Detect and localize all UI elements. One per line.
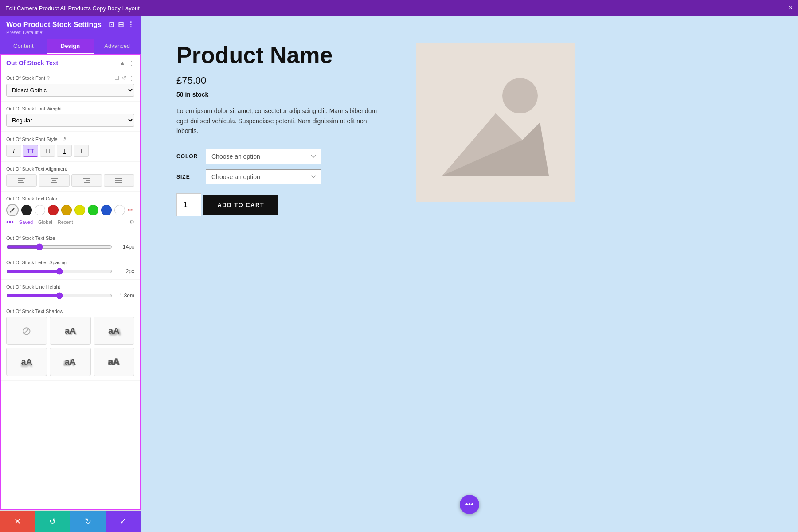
add-to-cart-button[interactable]: ADD TO CART [203,195,278,215]
style-capitalize-btn[interactable]: Tt [40,145,55,157]
main-preview-area: Product Name £75.00 50 in stock Lorem ip… [141,16,798,532]
line-height-value: 1.8em [116,293,134,299]
color-eyedropper-btn[interactable] [6,204,19,216]
product-image-svg [434,60,558,184]
recent-tab[interactable]: Recent [58,219,73,225]
text-size-slider-row: 14px [6,243,134,250]
global-tab[interactable]: Global [38,219,52,225]
shadow-light-option[interactable]: aA [50,317,90,345]
panel-icon-menu[interactable]: ⋮ [127,20,134,29]
product-description: Lorem ipsum dolor sit amet, consectetur … [176,106,389,136]
product-name: Product Name [176,43,389,68]
text-size-label: Out Of Stock Text Size [6,235,134,241]
color-swatches-row: ✏ [6,204,134,216]
tab-content[interactable]: Content [0,39,47,54]
section-header: Out Of Stock Text ▲ ⋮ [1,55,140,70]
font-style-reset-icon[interactable]: ↺ [62,136,66,142]
font-weight-select[interactable]: Regular Bold Light [6,114,134,127]
tab-advanced[interactable]: Advanced [94,39,141,54]
saved-tab[interactable]: Saved [19,219,33,225]
letter-spacing-slider[interactable] [6,268,112,275]
save-button[interactable]: ✓ [106,511,141,532]
color-dots-icon: ••• [6,218,14,226]
color-swatch-blue[interactable] [101,205,112,215]
title-bar: Edit Camera Product All Products Copy Bo… [0,0,798,16]
font-weight-group: Out Of Stock Font Weight Regular Bold Li… [1,102,140,132]
align-justify-btn[interactable] [104,174,134,187]
shadow-bold-option[interactable]: aA [94,317,134,345]
panel-title-icons: ⊡ ⊞ ⋮ [109,20,134,29]
align-right-btn[interactable] [71,174,102,187]
shadow-bottom-option[interactable]: aA [6,348,47,376]
color-swatch-black[interactable] [21,205,32,215]
panel-icon-expand[interactable]: ⊞ [118,20,124,29]
font-help-icon[interactable]: ? [47,75,50,81]
cancel-button[interactable]: ✕ [0,511,35,532]
cancel-icon: ✕ [14,516,21,526]
size-option-select[interactable]: Choose an option [206,169,321,184]
title-bar-text: Edit Camera Product All Products Copy Bo… [5,5,140,12]
shadow-bottom-text: aA [21,357,32,367]
font-weight-label: Out Of Stock Font Weight [6,106,134,111]
section-collapse-icon[interactable]: ▲ [119,59,125,66]
color-settings-icon[interactable]: ⚙ [129,219,134,225]
color-picker-pencil-icon[interactable]: ✏ [128,206,133,215]
product-price: £75.00 [176,75,389,86]
panel-tabs: Content Design Advanced [0,39,141,54]
floating-dots-button[interactable]: ••• [460,495,479,514]
font-icon-device[interactable]: ☐ [114,75,119,81]
color-swatch-yellow[interactable] [74,205,85,215]
style-underline-btn[interactable]: T [57,145,72,157]
align-left-btn[interactable] [6,174,37,187]
quantity-input[interactable] [176,193,201,216]
font-icon-menu[interactable]: ⋮ [129,75,134,81]
product-stock: 50 in stock [176,91,389,98]
section-title: Out Of Stock Text [6,59,58,66]
panel-preset[interactable]: Preset: Default ▾ [6,30,134,35]
style-italic-btn[interactable]: I [6,145,21,157]
left-panel: Woo Product Stock Settings ⊡ ⊞ ⋮ Preset:… [0,16,141,532]
section-menu-icon[interactable]: ⋮ [128,59,134,66]
color-dots-row: ••• Saved Global Recent ⚙ [6,218,134,226]
color-swatch-green[interactable] [88,205,98,215]
redo-button[interactable]: ↻ [70,511,106,532]
color-swatch-white[interactable] [35,205,45,215]
product-info: Product Name £75.00 50 in stock Lorem ip… [176,43,389,225]
panel-icon-layout[interactable]: ⊡ [109,20,114,29]
text-color-group: Out Of Stock Text Color ✏ [1,192,140,231]
shadow-none-option[interactable]: ⊘ [6,317,47,345]
line-height-slider-row: 1.8em [6,292,134,299]
font-icon-reset[interactable]: ↺ [122,75,126,81]
letter-spacing-value: 2px [116,268,134,274]
text-size-slider[interactable] [6,243,112,250]
svg-point-12 [10,211,12,213]
shadow-outline-option[interactable]: aA [94,348,134,376]
text-shadow-label: Out Of Stock Text Shadow [6,309,134,314]
shadow-left-option[interactable]: aA [50,348,90,376]
line-height-label: Out Of Stock Line Height [6,284,134,289]
align-center-btn[interactable] [39,174,69,187]
title-bar-close-button[interactable]: × [789,4,793,12]
shadow-light-text: aA [65,326,76,336]
tab-design[interactable]: Design [47,39,94,54]
shadow-bold-text: aA [108,326,120,336]
shadow-none-icon: ⊘ [22,324,31,338]
color-swatch-red[interactable] [48,205,59,215]
svg-point-14 [502,78,538,113]
text-alignment-label: Out Of Stock Text Alignment [6,166,134,172]
color-option-label: COLOR [176,153,199,160]
reset-button[interactable]: ↺ [35,511,70,532]
color-swatch-orange[interactable] [61,205,72,215]
style-strikethrough-btn[interactable]: T [74,145,89,157]
color-option-select[interactable]: Choose an option [206,149,321,164]
font-select[interactable]: Didact Gothic [6,84,134,97]
font-style-label: Out Of Stock Font Style ↺ [6,136,134,142]
line-height-group: Out Of Stock Line Height 1.8em [1,280,140,304]
color-swatch-white2[interactable] [114,205,125,215]
style-tt-btn[interactable]: TT [23,145,38,157]
color-option-row: COLOR Choose an option [176,149,389,164]
line-height-slider[interactable] [6,292,112,299]
reset-icon: ↺ [49,516,56,526]
text-color-label: Out Of Stock Text Color [6,196,134,201]
save-icon: ✓ [120,516,126,526]
